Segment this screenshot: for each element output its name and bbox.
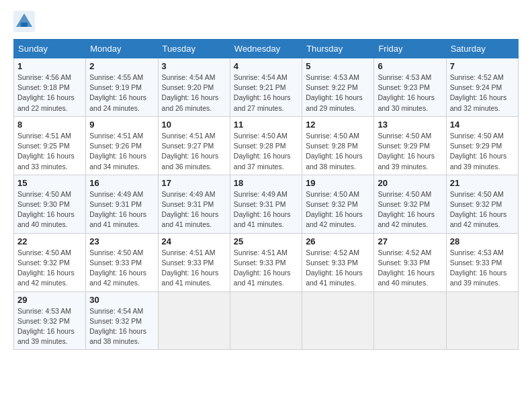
calendar-day-cell: 17Sunrise: 4:49 AMSunset: 9:31 PMDayligh… (158, 175, 230, 233)
day-info: Sunrise: 4:51 AMSunset: 9:33 PMDaylight:… (162, 248, 226, 289)
day-number: 27 (378, 236, 442, 246)
day-number: 7 (450, 61, 515, 71)
calendar-day-cell: 22Sunrise: 4:50 AMSunset: 9:32 PMDayligh… (14, 233, 86, 291)
calendar-day-cell: 23Sunrise: 4:50 AMSunset: 9:33 PMDayligh… (86, 233, 158, 291)
calendar-day-cell: 27Sunrise: 4:52 AMSunset: 9:33 PMDayligh… (374, 233, 446, 291)
calendar-day-cell: 7Sunrise: 4:52 AMSunset: 9:24 PMDaylight… (446, 58, 518, 117)
calendar-day-cell: 19Sunrise: 4:50 AMSunset: 9:32 PMDayligh… (302, 175, 374, 233)
calendar-day-cell: 9Sunrise: 4:51 AMSunset: 9:26 PMDaylight… (86, 116, 158, 175)
calendar-day-cell: 3Sunrise: 4:54 AMSunset: 9:20 PMDaylight… (158, 58, 230, 117)
weekday-header: Wednesday (230, 40, 302, 58)
day-number: 24 (162, 236, 226, 246)
calendar-day-cell (374, 291, 446, 350)
calendar-day-cell: 14Sunrise: 4:50 AMSunset: 9:29 PMDayligh… (446, 116, 518, 175)
calendar-day-cell (158, 291, 230, 350)
day-info: Sunrise: 4:51 AMSunset: 9:26 PMDaylight:… (89, 131, 154, 172)
calendar-day-cell: 15Sunrise: 4:50 AMSunset: 9:30 PMDayligh… (14, 175, 86, 233)
day-info: Sunrise: 4:53 AMSunset: 9:32 PMDaylight:… (17, 306, 82, 347)
calendar-week-row: 1Sunrise: 4:56 AMSunset: 9:18 PMDaylight… (14, 58, 519, 117)
day-info: Sunrise: 4:49 AMSunset: 9:31 PMDaylight:… (89, 189, 154, 230)
day-number: 26 (306, 236, 370, 246)
day-info: Sunrise: 4:54 AMSunset: 9:21 PMDaylight:… (234, 73, 298, 113)
day-info: Sunrise: 4:54 AMSunset: 9:32 PMDaylight:… (89, 306, 154, 347)
calendar-day-cell: 1Sunrise: 4:56 AMSunset: 9:18 PMDaylight… (14, 58, 86, 117)
calendar-week-row: 22Sunrise: 4:50 AMSunset: 9:32 PMDayligh… (14, 233, 519, 291)
day-number: 5 (306, 61, 370, 71)
weekday-header: Thursday (302, 40, 374, 58)
day-info: Sunrise: 4:56 AMSunset: 9:18 PMDaylight:… (17, 73, 82, 113)
logo-icon (13, 11, 35, 32)
day-number: 25 (234, 236, 298, 246)
calendar-day-cell: 29Sunrise: 4:53 AMSunset: 9:32 PMDayligh… (14, 291, 86, 350)
day-info: Sunrise: 4:50 AMSunset: 9:30 PMDaylight:… (17, 189, 82, 230)
day-info: Sunrise: 4:50 AMSunset: 9:33 PMDaylight:… (89, 248, 154, 289)
calendar-day-cell (302, 291, 374, 350)
day-number: 2 (89, 61, 154, 71)
day-number: 6 (378, 61, 442, 71)
day-number: 8 (17, 120, 82, 130)
weekday-header: Saturday (446, 40, 518, 58)
day-info: Sunrise: 4:52 AMSunset: 9:24 PMDaylight:… (450, 73, 515, 113)
day-number: 12 (306, 120, 370, 130)
day-number: 21 (450, 178, 515, 188)
day-number: 29 (17, 295, 82, 305)
calendar-day-cell: 4Sunrise: 4:54 AMSunset: 9:21 PMDaylight… (230, 58, 302, 117)
day-info: Sunrise: 4:50 AMSunset: 9:29 PMDaylight:… (450, 131, 515, 172)
day-info: Sunrise: 4:55 AMSunset: 9:19 PMDaylight:… (89, 73, 154, 113)
calendar-day-cell: 10Sunrise: 4:51 AMSunset: 9:27 PMDayligh… (158, 116, 230, 175)
day-info: Sunrise: 4:53 AMSunset: 9:23 PMDaylight:… (378, 73, 442, 113)
day-number: 18 (234, 178, 298, 188)
calendar-week-row: 15Sunrise: 4:50 AMSunset: 9:30 PMDayligh… (14, 175, 519, 233)
calendar-day-cell: 13Sunrise: 4:50 AMSunset: 9:29 PMDayligh… (374, 116, 446, 175)
calendar-day-cell: 30Sunrise: 4:54 AMSunset: 9:32 PMDayligh… (86, 291, 158, 350)
day-info: Sunrise: 4:51 AMSunset: 9:27 PMDaylight:… (162, 131, 226, 172)
day-number: 3 (162, 61, 226, 71)
day-number: 13 (378, 120, 442, 130)
day-number: 15 (17, 178, 82, 188)
day-number: 1 (17, 61, 82, 71)
calendar-day-cell: 21Sunrise: 4:50 AMSunset: 9:32 PMDayligh… (446, 175, 518, 233)
day-info: Sunrise: 4:50 AMSunset: 9:28 PMDaylight:… (234, 131, 298, 172)
calendar-day-cell: 28Sunrise: 4:53 AMSunset: 9:33 PMDayligh… (446, 233, 518, 291)
day-number: 4 (234, 61, 298, 71)
day-number: 9 (89, 120, 154, 130)
day-info: Sunrise: 4:50 AMSunset: 9:32 PMDaylight:… (306, 189, 370, 230)
calendar-header-row: SundayMondayTuesdayWednesdayThursdayFrid… (14, 40, 519, 58)
calendar-day-cell: 8Sunrise: 4:51 AMSunset: 9:25 PMDaylight… (14, 116, 86, 175)
day-info: Sunrise: 4:51 AMSunset: 9:33 PMDaylight:… (234, 248, 298, 289)
logo (13, 11, 38, 32)
day-info: Sunrise: 4:50 AMSunset: 9:28 PMDaylight:… (306, 131, 370, 172)
calendar-day-cell: 11Sunrise: 4:50 AMSunset: 9:28 PMDayligh… (230, 116, 302, 175)
day-number: 17 (162, 178, 226, 188)
calendar-week-row: 29Sunrise: 4:53 AMSunset: 9:32 PMDayligh… (14, 291, 519, 350)
day-info: Sunrise: 4:50 AMSunset: 9:32 PMDaylight:… (450, 189, 515, 230)
calendar-day-cell: 24Sunrise: 4:51 AMSunset: 9:33 PMDayligh… (158, 233, 230, 291)
calendar-day-cell: 20Sunrise: 4:50 AMSunset: 9:32 PMDayligh… (374, 175, 446, 233)
day-info: Sunrise: 4:49 AMSunset: 9:31 PMDaylight:… (234, 189, 298, 230)
day-info: Sunrise: 4:53 AMSunset: 9:22 PMDaylight:… (306, 73, 370, 113)
day-info: Sunrise: 4:52 AMSunset: 9:33 PMDaylight:… (378, 248, 442, 289)
day-info: Sunrise: 4:50 AMSunset: 9:29 PMDaylight:… (378, 131, 442, 172)
weekday-header: Tuesday (158, 40, 230, 58)
day-number: 19 (306, 178, 370, 188)
day-info: Sunrise: 4:53 AMSunset: 9:33 PMDaylight:… (450, 248, 515, 289)
calendar-day-cell: 16Sunrise: 4:49 AMSunset: 9:31 PMDayligh… (86, 175, 158, 233)
calendar-day-cell (230, 291, 302, 350)
day-number: 30 (89, 295, 154, 305)
day-info: Sunrise: 4:50 AMSunset: 9:32 PMDaylight:… (378, 189, 442, 230)
day-number: 22 (17, 236, 82, 246)
weekday-header: Friday (374, 40, 446, 58)
day-number: 28 (450, 236, 515, 246)
weekday-header: Sunday (14, 40, 86, 58)
calendar-week-row: 8Sunrise: 4:51 AMSunset: 9:25 PMDaylight… (14, 116, 519, 175)
weekday-header: Monday (86, 40, 158, 58)
page-header (13, 11, 519, 32)
day-number: 23 (89, 236, 154, 246)
calendar-day-cell: 26Sunrise: 4:52 AMSunset: 9:33 PMDayligh… (302, 233, 374, 291)
day-info: Sunrise: 4:50 AMSunset: 9:32 PMDaylight:… (17, 248, 82, 289)
day-number: 10 (162, 120, 226, 130)
calendar-day-cell: 6Sunrise: 4:53 AMSunset: 9:23 PMDaylight… (374, 58, 446, 117)
day-info: Sunrise: 4:52 AMSunset: 9:33 PMDaylight:… (306, 248, 370, 289)
calendar-day-cell: 12Sunrise: 4:50 AMSunset: 9:28 PMDayligh… (302, 116, 374, 175)
calendar-table: SundayMondayTuesdayWednesdayThursdayFrid… (13, 39, 519, 350)
